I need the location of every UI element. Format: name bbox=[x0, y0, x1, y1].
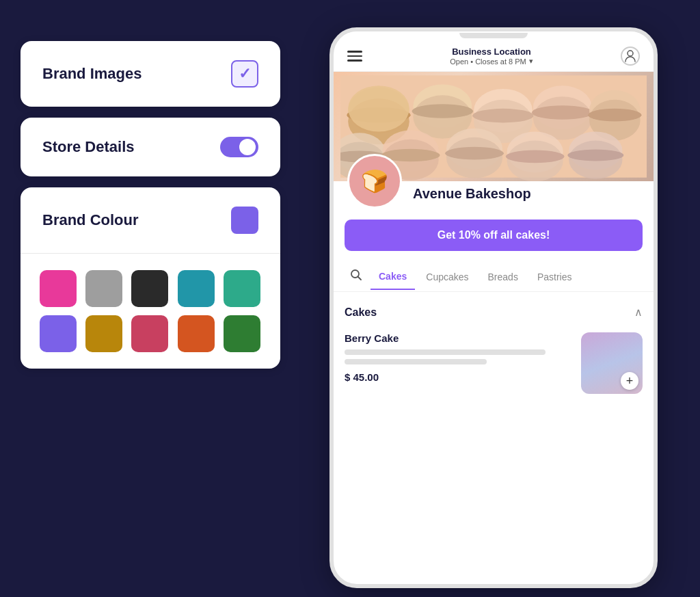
brand-colour-header: Brand Colour bbox=[21, 187, 280, 254]
store-info: 🍞 Avenue Bakeshop bbox=[334, 154, 654, 220]
hamburger-menu-icon[interactable] bbox=[347, 51, 362, 62]
colour-golden[interactable] bbox=[85, 315, 122, 352]
svg-point-8 bbox=[412, 104, 474, 118]
section-header: Cakes ∧ bbox=[345, 300, 643, 327]
brand-images-label: Brand Images bbox=[42, 65, 142, 83]
tab-breads[interactable]: Breads bbox=[480, 265, 526, 289]
phone-wrapper: Business Location Open • Closes at 8 PM … bbox=[308, 21, 679, 588]
item-desc-line-2 bbox=[345, 359, 487, 364]
colour-teal-blue[interactable] bbox=[178, 270, 215, 307]
left-panel: Brand Images ✓ Store Details Brand Colou… bbox=[21, 21, 280, 369]
store-details-label: Store Details bbox=[42, 138, 135, 156]
colour-orange[interactable] bbox=[178, 315, 215, 352]
toggle-knob bbox=[239, 139, 256, 155]
brand-images-checkbox[interactable]: ✓ bbox=[231, 60, 258, 88]
header-status-text: Open • Closes at 8 PM bbox=[450, 57, 526, 66]
colour-purple[interactable] bbox=[40, 315, 77, 352]
menu-section: Cakes ∧ Berry Cake $ 45.00 + bbox=[334, 300, 654, 399]
chevron-down-icon: ▾ bbox=[529, 57, 533, 66]
store-logo: 🍞 bbox=[347, 154, 402, 209]
hamburger-line-1 bbox=[347, 51, 362, 53]
colour-crimson[interactable] bbox=[131, 315, 168, 352]
section-collapse-icon[interactable]: ∧ bbox=[634, 306, 643, 319]
phone-notch bbox=[459, 33, 528, 38]
phone-mockup: Business Location Open • Closes at 8 PM … bbox=[329, 27, 658, 588]
header-center: Business Location Open • Closes at 8 PM … bbox=[450, 47, 533, 66]
bread-logo-icon: 🍞 bbox=[361, 168, 388, 194]
tab-cakes[interactable]: Cakes bbox=[371, 264, 415, 290]
menu-item-berry-cake: Berry Cake $ 45.00 + bbox=[345, 327, 643, 399]
promo-banner[interactable]: Get 10% off all cakes! bbox=[345, 220, 643, 251]
add-to-cart-button[interactable]: + bbox=[621, 372, 638, 390]
item-image: + bbox=[581, 332, 643, 394]
svg-point-5 bbox=[348, 85, 409, 131]
item-desc-line-1 bbox=[345, 349, 546, 355]
colour-pink[interactable] bbox=[40, 270, 77, 307]
colour-gray[interactable] bbox=[85, 270, 122, 307]
item-price: $ 45.00 bbox=[345, 371, 581, 383]
phone-header: Business Location Open • Closes at 8 PM … bbox=[334, 40, 654, 72]
colour-black[interactable] bbox=[131, 270, 168, 307]
search-tab-icon[interactable] bbox=[345, 262, 368, 291]
colour-teal[interactable] bbox=[224, 270, 260, 307]
main-container: Brand Images ✓ Store Details Brand Colou… bbox=[0, 0, 700, 597]
tab-pastries[interactable]: Pastries bbox=[529, 265, 580, 289]
svg-line-34 bbox=[358, 277, 362, 280]
svg-point-14 bbox=[532, 105, 593, 120]
hamburger-line-3 bbox=[347, 59, 362, 62]
phone-status-bar bbox=[334, 31, 654, 40]
selected-colour-swatch[interactable] bbox=[231, 207, 258, 234]
store-details-toggle[interactable] bbox=[220, 137, 258, 157]
section-title: Cakes bbox=[345, 306, 377, 319]
brand-colour-card: Brand Colour bbox=[21, 187, 280, 369]
header-location: Business Location bbox=[450, 47, 533, 57]
tab-cupcakes[interactable]: Cupcakes bbox=[418, 265, 476, 289]
colour-green[interactable] bbox=[224, 315, 260, 352]
promo-text: Get 10% off all cakes! bbox=[438, 229, 550, 241]
store-details-card: Store Details bbox=[21, 118, 280, 176]
brand-colour-label: Brand Colour bbox=[42, 211, 139, 229]
item-name: Berry Cake bbox=[345, 332, 581, 344]
user-account-icon[interactable] bbox=[621, 47, 640, 66]
svg-point-0 bbox=[628, 51, 633, 56]
svg-point-11 bbox=[472, 109, 534, 123]
colour-grid bbox=[21, 254, 280, 369]
item-info: Berry Cake $ 45.00 bbox=[345, 332, 581, 383]
svg-point-17 bbox=[588, 109, 641, 122]
store-name: Avenue Bakeshop bbox=[413, 186, 531, 202]
hamburger-line-2 bbox=[347, 55, 362, 57]
category-tabs: Cakes Cupcakes Breads Pastries bbox=[334, 262, 654, 292]
brand-images-card: Brand Images ✓ bbox=[21, 41, 280, 107]
header-status[interactable]: Open • Closes at 8 PM ▾ bbox=[450, 57, 533, 66]
checkmark-icon: ✓ bbox=[239, 65, 251, 83]
